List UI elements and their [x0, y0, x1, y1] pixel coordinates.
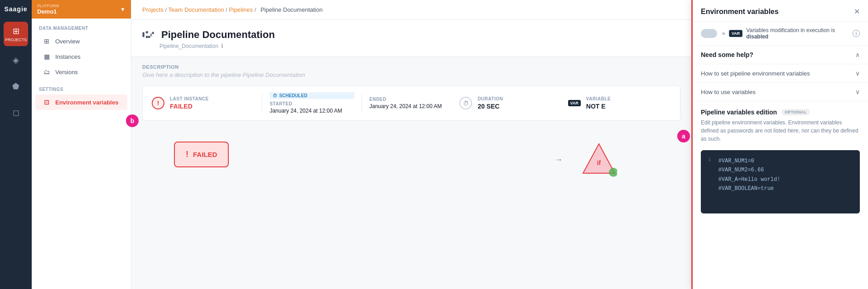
- sidebar-icon-3[interactable]: ⬟: [4, 74, 28, 99]
- nav-item-env-vars[interactable]: ⊡ Environment variables: [35, 95, 127, 110]
- help-section-title: Need some help?: [701, 51, 753, 58]
- code-line-numbers: 1: [708, 156, 711, 207]
- variables-section: VARIABLE NOT E: [586, 96, 671, 110]
- started-value: January 24, 2024 at 12:00 AM: [270, 108, 354, 114]
- ended-label: ENDED: [369, 97, 454, 102]
- sidebar-icon-2[interactable]: ◈: [4, 48, 28, 72]
- sidebar: Saagie ⊞ PROJECTS ◈ ⬟ ◻: [0, 0, 32, 289]
- help-item-set-vars[interactable]: How to set pipeline environment variable…: [693, 64, 868, 82]
- platform-name: Demo1: [37, 8, 57, 15]
- code-line-2: #VAR_NUM2=6.66: [719, 166, 853, 175]
- sidebar-icon-projects[interactable]: ⊞ PROJECTS: [4, 22, 28, 46]
- nav-item-versions[interactable]: 🗂 Versions: [35, 64, 127, 80]
- toggle-x-icon: ✕: [722, 31, 725, 36]
- breadcrumb-team-doc[interactable]: Team Documentation: [169, 6, 224, 13]
- pipeline-flow-icon: ⑆⑇: [142, 29, 154, 41]
- duration-section: DURATION 20 SEC: [477, 96, 562, 110]
- help-item-use-vars-label: How to use variables: [701, 89, 756, 95]
- last-instance-label: LAST INSTANCE: [170, 96, 255, 101]
- sidebar-icon-group: ⊞ PROJECTS ◈ ⬟ ◻: [0, 22, 32, 125]
- help-item-set-vars-label: How to set pipeline environment variable…: [701, 70, 810, 77]
- last-instance-value: FAILED: [170, 103, 255, 110]
- help-chevron-up-icon: ∧: [855, 51, 860, 58]
- env-vars-label: Environment variables: [55, 99, 118, 106]
- scheduled-icon: ⏱: [273, 93, 277, 98]
- pipeline-header: ⑆⑇ Pipeline Documentation Pipeline_Docum…: [131, 20, 691, 57]
- description-label: DESCRIPTION: [142, 64, 680, 70]
- description-text: Give here a description to the pipeline …: [142, 71, 680, 78]
- arrow-connector-icon: →: [555, 155, 563, 165]
- vars-edition-title: Pipeline variables edition: [701, 109, 777, 116]
- env-panel: Environment variables ✕ ✕ VAR Variables …: [691, 0, 868, 289]
- badge-b: b: [126, 114, 139, 127]
- failed-node: ! FAILED: [174, 142, 229, 167]
- help-section-header[interactable]: Need some help? ∧: [693, 46, 868, 64]
- breadcrumb-projects[interactable]: Projects: [142, 6, 164, 13]
- versions-icon: 🗂: [43, 68, 51, 76]
- toggle-info-icon[interactable]: i: [853, 30, 860, 37]
- code-line-3: #VAR_A=Hello world!: [719, 175, 853, 184]
- code-editor[interactable]: 1 #VAR_NUM1=0 #VAR_NUM2=6.66 #VAR_A=Hell…: [701, 150, 860, 213]
- chevron-down-use-vars-icon: ∨: [855, 88, 860, 95]
- last-instance-section: LAST INSTANCE FAILED: [170, 96, 255, 110]
- help-section: Need some help? ∧ How to set pipeline en…: [693, 46, 868, 101]
- env-toggle-text: Variables modification in execution is d…: [746, 27, 849, 40]
- platform-selector[interactable]: PLATFORM Demo1 ▼: [32, 0, 131, 19]
- instances-label: Instances: [55, 53, 81, 60]
- chevron-down-set-vars-icon: ∨: [855, 70, 860, 77]
- divider-1: [262, 94, 262, 112]
- failed-node-icon: !: [186, 150, 188, 159]
- help-item-use-vars[interactable]: How to use variables ∨: [693, 82, 868, 101]
- env-toggle-row: ✕ VAR Variables modification in executio…: [693, 22, 868, 46]
- icon4-symbol: ◻: [13, 108, 19, 118]
- env-panel-title: Environment variables: [701, 8, 779, 16]
- code-line-4: #VAR_BOOLEAN=true: [719, 184, 853, 193]
- code-content: #VAR_NUM1=0 #VAR_NUM2=6.66 #VAR_A=Hello …: [719, 156, 853, 207]
- var-badge: VAR: [568, 100, 581, 106]
- versions-label: Versions: [55, 69, 78, 76]
- vars-edition-desc: Edit pipeline environment variables. Env…: [701, 118, 860, 143]
- breadcrumb: Projects / Team Documentation / Pipeline…: [131, 0, 691, 20]
- settings-section-title: SETTINGS: [32, 80, 131, 95]
- nav-item-overview[interactable]: ⊞ Overview: [35, 33, 127, 49]
- started-label: STARTED: [270, 101, 354, 106]
- vars-edition-header: Pipeline variables edition OPTIONAL Edit…: [693, 101, 868, 147]
- overview-label: Overview: [55, 38, 80, 45]
- svg-text:if: if: [597, 159, 601, 166]
- failed-node-label: FAILED: [193, 151, 217, 158]
- started-section: ⏱ SCHEDULED STARTED January 24, 2024 at …: [270, 92, 354, 114]
- main-content: Projects / Team Documentation / Pipeline…: [131, 0, 691, 289]
- ended-section: ENDED January 24, 2024 at 12:00 AM: [369, 97, 454, 109]
- badge-a: a: [677, 130, 690, 142]
- variables-label: VARIABLE: [586, 96, 671, 101]
- pipeline-canvas: ! FAILED → if: [142, 128, 680, 289]
- chevron-down-icon: ▼: [120, 6, 125, 13]
- ended-value: January 24, 2024 at 12:00 AM: [369, 103, 454, 109]
- breadcrumb-current: Pipeline Documentation: [260, 6, 323, 13]
- svg-marker-0: [583, 144, 615, 173]
- info-icon[interactable]: ℹ: [221, 43, 223, 49]
- icon3-symbol: ⬟: [12, 81, 19, 91]
- scheduled-badge: ⏱ SCHEDULED: [270, 92, 354, 99]
- overview-icon: ⊞: [43, 38, 51, 45]
- page-title: Pipeline Documentation: [161, 29, 275, 41]
- variables-value: NOT E: [586, 103, 671, 110]
- pipeline-slug: Pipeline_Documentation: [159, 43, 218, 49]
- platform-label: PLATFORM: [37, 4, 59, 8]
- if-node: if: [581, 142, 617, 178]
- optional-badge: OPTIONAL: [781, 109, 810, 115]
- data-management-section-title: DATA MANAGEMENT: [32, 19, 131, 33]
- nav-item-instances[interactable]: ▦ Instances: [35, 49, 127, 64]
- env-toggle-switch[interactable]: [701, 29, 717, 38]
- var-badge-panel: VAR: [729, 30, 743, 37]
- code-line-1: #VAR_NUM1=0: [719, 156, 853, 166]
- instances-icon: ▦: [43, 53, 51, 60]
- env-panel-header: Environment variables ✕: [693, 0, 868, 22]
- env-close-button[interactable]: ✕: [854, 7, 860, 16]
- icon2-symbol: ◈: [13, 55, 19, 65]
- env-vars-icon: ⊡: [43, 99, 51, 106]
- projects-icon: ⊞: [13, 26, 19, 36]
- breadcrumb-pipelines[interactable]: Pipelines: [229, 6, 253, 13]
- sidebar-icon-4[interactable]: ◻: [4, 100, 28, 125]
- duration-value: 20 SEC: [477, 103, 562, 110]
